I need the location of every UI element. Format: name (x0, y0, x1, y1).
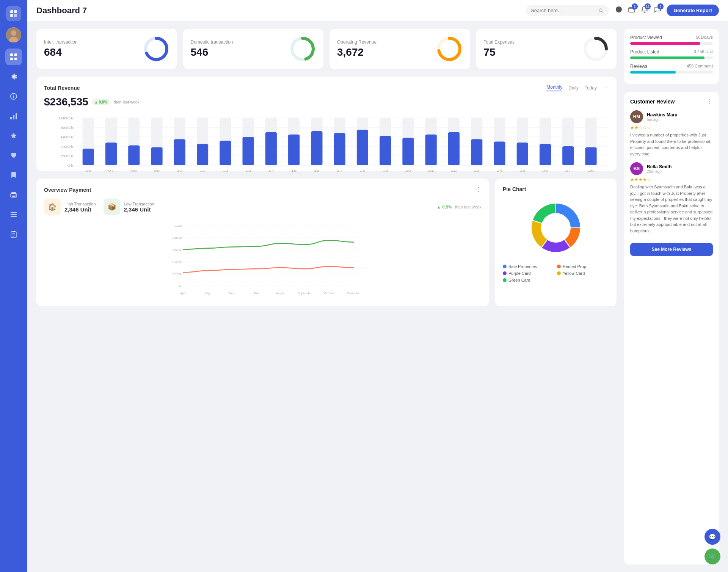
svg-rect-119 (585, 147, 596, 166)
high-transaction-info: High Transaction 2,346 Unit (64, 202, 96, 213)
review-more-icon[interactable]: ⋮ (707, 98, 713, 105)
review-title: Customer Review (630, 99, 675, 105)
generate-report-button[interactable]: Generate Report (667, 5, 719, 16)
page-title: Dashboard 7 (36, 6, 519, 16)
sidebar-item-heart[interactable] (5, 147, 22, 164)
wallet-icon[interactable]: 2 (628, 6, 635, 15)
avatar[interactable] (6, 27, 21, 42)
sidebar-item-analytics[interactable] (5, 108, 22, 124)
svg-text:800k: 800k (61, 126, 74, 130)
reviewer-avatar-1: BS (630, 162, 643, 175)
sidebar-item-star[interactable] (5, 127, 22, 144)
svg-text:18: 18 (359, 169, 365, 172)
pie-title: Pie Chart (503, 186, 526, 192)
svg-text:August: August (276, 291, 286, 295)
svg-text:08: 08 (131, 169, 137, 172)
chat-icon[interactable]: 5 (654, 6, 661, 15)
analytics-card: Product Viewed 561/days Product Listed 3… (624, 29, 719, 84)
progress-fill-2 (630, 71, 676, 74)
svg-text:June: June (229, 291, 235, 295)
revenue-more-icon[interactable]: ⋯ (603, 84, 609, 91)
right-column: Product Viewed 561/days Product Listed 3… (624, 29, 719, 564)
svg-rect-62 (151, 147, 162, 166)
svg-rect-116 (562, 146, 574, 165)
tab-daily[interactable]: Daily (568, 85, 579, 91)
tab-today[interactable]: Today (585, 85, 597, 91)
svg-text:0.800k: 0.800k (173, 236, 182, 240)
low-value: 2,346 Unit (124, 206, 154, 213)
svg-rect-27 (12, 235, 15, 235)
fab-container: 💬 🛒 (704, 529, 720, 564)
bell-badge: 12 (645, 3, 651, 9)
svg-rect-56 (105, 143, 117, 165)
svg-rect-7 (10, 53, 13, 56)
review-text-0: I viewed a number of properties with Jus… (630, 132, 713, 157)
svg-text:11: 11 (199, 169, 205, 172)
chat-badge: 5 (657, 3, 664, 9)
sidebar-item-bookmark[interactable] (5, 167, 22, 183)
fab-support[interactable]: 💬 (704, 529, 720, 545)
svg-rect-3 (14, 14, 17, 17)
svg-rect-28 (12, 236, 14, 237)
sidebar-item-print[interactable] (5, 186, 22, 203)
high-transaction-icon: 🏠 (44, 199, 61, 215)
stat-info-2: Operating Revenue 3,672 (337, 39, 377, 58)
svg-rect-8 (14, 53, 17, 56)
svg-text:25: 25 (519, 169, 525, 172)
sidebar-logo[interactable] (6, 6, 21, 21)
svg-rect-107 (494, 142, 505, 166)
search-input[interactable] (531, 8, 595, 13)
sidebar-item-info[interactable] (5, 88, 22, 105)
high-label: High Transaction (64, 202, 96, 206)
reviews-list: HM Hawkins Maru 5m ago ★★☆☆☆ I viewed a … (630, 110, 713, 234)
stat-label-1: Domestic transaction (191, 39, 233, 45)
sidebar-item-settings[interactable] (5, 68, 22, 85)
svg-rect-10 (14, 58, 17, 60)
sidebar-item-dashboard[interactable] (5, 49, 22, 65)
svg-text:200k: 200k (61, 154, 74, 158)
sidebar-item-list[interactable] (5, 206, 22, 223)
svg-rect-110 (517, 143, 528, 165)
svg-text:06: 06 (85, 169, 91, 172)
analytics-value-1: 3,456 Unit (694, 49, 713, 55)
svg-point-13 (13, 94, 14, 95)
svg-text:400k: 400k (61, 145, 74, 149)
reviewer-stars-1: ★★★★☆ (630, 177, 713, 182)
svg-text:27: 27 (565, 169, 571, 172)
stat-card-3: Total Expenses 75 (476, 29, 617, 69)
sidebar-item-clipboard[interactable] (5, 226, 22, 243)
analytics-row-0: Product Viewed 561/days (630, 35, 713, 40)
review-header: Customer Review ⋮ (630, 98, 713, 105)
donut-3 (582, 36, 609, 62)
svg-rect-101 (448, 132, 460, 166)
tab-monthly[interactable]: Monthly (546, 85, 562, 91)
stat-value-2: 3,672 (337, 46, 377, 58)
svg-text:07: 07 (108, 169, 114, 172)
stat-label-0: Inter. transaction (44, 39, 78, 45)
svg-text:12: 12 (223, 169, 228, 172)
theme-toggle[interactable] (615, 6, 623, 15)
payment-more-icon[interactable]: ⋮ (475, 186, 482, 193)
svg-text:19: 19 (382, 169, 388, 172)
bell-icon[interactable]: 12 (641, 6, 648, 15)
svg-rect-95 (402, 138, 414, 166)
donut-1 (289, 36, 316, 62)
svg-text:09: 09 (154, 169, 160, 172)
stat-label-2: Operating Revenue (337, 39, 377, 45)
stat-info-1: Domestic transaction 546 (191, 39, 233, 58)
payment-trend: ▲ 0,8% than last week (437, 199, 482, 215)
svg-rect-19 (12, 196, 16, 197)
analytics-item-0: Product Viewed 561/days (630, 35, 713, 45)
svg-rect-74 (243, 137, 254, 165)
review-item-1: BS Bella Smith 20m ago ★★★★☆ Dealing wit… (630, 162, 713, 234)
fab-cart[interactable]: 🛒 (704, 548, 720, 564)
svg-text:0.400k: 0.400k (173, 260, 182, 264)
search-box[interactable] (526, 5, 609, 16)
svg-text:15: 15 (291, 169, 297, 172)
see-more-reviews-button[interactable]: See More Reviews (630, 243, 713, 256)
left-column: Inter. transaction 684 Domestic transact… (36, 29, 617, 564)
progress-bar-2 (630, 71, 713, 74)
svg-text:1000k: 1000k (58, 116, 74, 121)
reviewer-stars-0: ★★☆☆☆ (630, 125, 713, 130)
main-content: Dashboard 7 2 (27, 0, 728, 572)
